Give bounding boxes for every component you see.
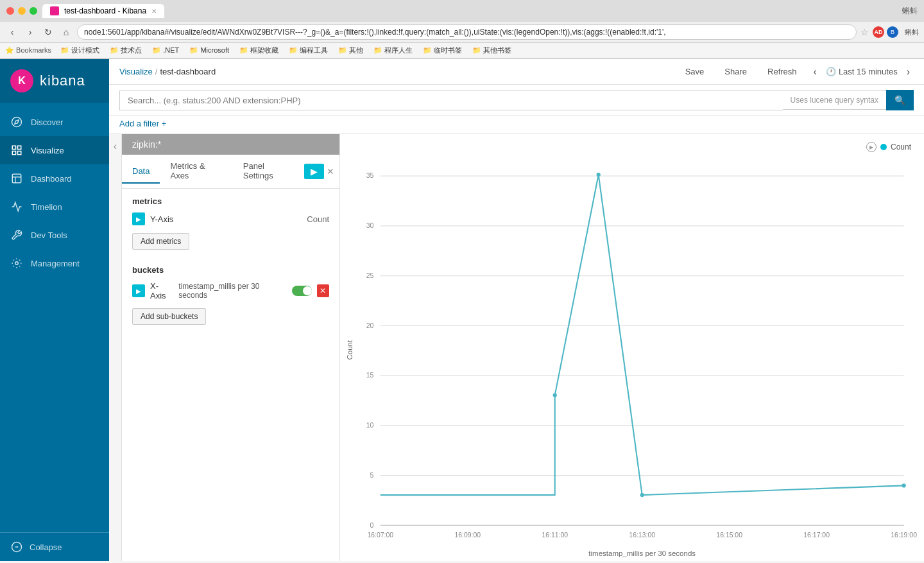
- sidebar-item-dashboard[interactable]: Dashboard: [0, 164, 109, 193]
- svg-text:5: 5: [370, 472, 373, 479]
- xaxis-remove-button[interactable]: ✕: [317, 284, 329, 297]
- chart-area: ▶ Count Count 0: [340, 134, 924, 561]
- search-bar: Uses lucene query syntax 🔍: [109, 85, 924, 116]
- breadcrumb-separator: /: [155, 67, 158, 76]
- panel-tab-actions: ▶ ✕: [304, 164, 339, 179]
- bookmark-framework[interactable]: 📁 框架收藏: [235, 44, 282, 56]
- tab-close-icon[interactable]: ✕: [151, 8, 157, 15]
- prev-time-button[interactable]: ‹: [810, 65, 821, 79]
- bookmark-temp[interactable]: 📁 临时书签: [419, 44, 466, 56]
- bookmarks-bar: ⭐ Bookmarks 📁 设计模式 📁 技术点 📁 .NET 📁 Micros…: [0, 43, 924, 58]
- svg-text:timestamp_millis per 30 second: timestamp_millis per 30 seconds: [588, 550, 696, 557]
- devtools-icon: [10, 229, 23, 241]
- bookmark-dotnet[interactable]: 📁 .NET: [148, 45, 183, 56]
- ext-icon-1: B: [887, 26, 898, 38]
- browser-nav: ‹ › ↻ ⌂ ☆ AD B 蝌蚪: [0, 22, 924, 43]
- y-axis-label: Count: [346, 340, 354, 360]
- left-panel: zipkin:* Data Metrics & Axes Panel Setti…: [122, 134, 340, 561]
- panel-header: zipkin:*: [122, 134, 339, 155]
- bookmark-other2[interactable]: 📁 其他书签: [468, 44, 515, 56]
- clock-icon: 🕐: [826, 67, 836, 76]
- svg-text:10: 10: [366, 422, 374, 429]
- svg-rect-4: [12, 152, 15, 155]
- traffic-lights: [6, 7, 37, 15]
- sidebar-item-management[interactable]: Management: [0, 249, 109, 277]
- svg-point-0: [12, 117, 22, 127]
- filter-bar: Add a filter +: [109, 116, 924, 134]
- xaxis-row: ▶ X-Axis timestamp_millis per 30 seconds…: [132, 281, 329, 300]
- tab-favicon: [50, 6, 59, 15]
- visualize-icon: [10, 144, 23, 157]
- bookmark-tech[interactable]: 📁 技术点: [106, 44, 146, 56]
- timelion-icon: [10, 200, 23, 213]
- refresh-button[interactable]: Refresh: [760, 64, 805, 79]
- svg-text:15: 15: [366, 372, 374, 379]
- data-point-1: [553, 393, 557, 397]
- time-range-label: Last 15 minutes: [839, 67, 898, 76]
- time-range-selector[interactable]: 🕐 Last 15 minutes: [826, 67, 898, 76]
- metrics-title: metrics: [132, 196, 329, 206]
- collapse-panel-icon: ‹: [114, 141, 117, 152]
- yaxis-label: Y-Axis: [150, 214, 173, 224]
- add-subbuckets-button[interactable]: Add sub-buckets: [132, 308, 206, 325]
- bookmark-other[interactable]: 📁 其他: [334, 44, 367, 56]
- svg-text:16:09:00: 16:09:00: [454, 532, 481, 539]
- devtools-label: Dev Tools: [31, 230, 67, 240]
- tab-metrics-axes[interactable]: Metrics & Axes: [160, 155, 232, 188]
- tab-data[interactable]: Data: [122, 160, 160, 184]
- sidebar: K kibana Discover Visualize Dashboard: [0, 59, 109, 561]
- bookmark-programmer[interactable]: 📁 程序人生: [370, 44, 416, 56]
- xaxis-toggle[interactable]: [292, 286, 312, 296]
- sidebar-item-visualize[interactable]: Visualize: [0, 136, 109, 164]
- browser-tab[interactable]: test-dashboard - Kibana ✕: [42, 4, 164, 18]
- breadcrumb-visualize-link[interactable]: Visualize: [119, 67, 153, 76]
- xaxis-label: X-Axis: [150, 281, 173, 300]
- search-input[interactable]: [119, 91, 783, 110]
- xaxis-expand-icon[interactable]: ▶: [132, 284, 145, 297]
- top-right-label: 蝌蚪: [902, 6, 918, 17]
- breadcrumb-current: test-dashboard: [160, 67, 216, 76]
- save-button[interactable]: Save: [678, 64, 712, 79]
- discover-icon: [10, 116, 23, 128]
- minimize-window-btn[interactable]: [18, 7, 26, 15]
- sidebar-item-discover[interactable]: Discover: [0, 108, 109, 136]
- address-bar[interactable]: [77, 24, 857, 40]
- svg-text:0: 0: [370, 522, 373, 529]
- top-right-user: 蝌蚪: [905, 28, 919, 37]
- next-time-button[interactable]: ›: [903, 65, 914, 79]
- tab-panel-settings[interactable]: Panel Settings: [233, 155, 304, 188]
- nav-refresh-button[interactable]: ↻: [41, 25, 55, 39]
- bookmarks-label: ⭐ Bookmarks: [5, 46, 51, 55]
- browser-chrome: test-dashboard - Kibana ✕ 蝌蚪 ‹ › ↻ ⌂ ☆ A…: [0, 0, 924, 59]
- panel-collapse-button[interactable]: ‹: [109, 134, 122, 561]
- share-button[interactable]: Share: [717, 64, 755, 79]
- bookmark-design[interactable]: 📁 设计模式: [56, 44, 103, 56]
- adblock-icon: AD: [873, 26, 884, 38]
- top-bar: Visualize / test-dashboard Save Share Re…: [109, 59, 924, 85]
- bookmark-microsoft[interactable]: 📁 Microsoft: [185, 45, 233, 56]
- nav-back-button[interactable]: ‹: [5, 25, 19, 39]
- sidebar-item-timelion[interactable]: Timelion: [0, 193, 109, 221]
- add-filter-button[interactable]: Add a filter +: [119, 119, 166, 128]
- tab-metrics-axes-label: Metrics & Axes: [170, 161, 205, 180]
- run-button[interactable]: ▶: [304, 164, 324, 179]
- svg-text:16:19:00: 16:19:00: [891, 532, 917, 539]
- tab-panel-settings-label: Panel Settings: [243, 161, 273, 180]
- close-window-btn[interactable]: [6, 7, 14, 15]
- panel-content: metrics ▶ Y-Axis Count Add metrics bucke…: [122, 189, 339, 561]
- close-panel-button[interactable]: ✕: [327, 164, 334, 179]
- bookmark-star-icon[interactable]: ☆: [860, 27, 869, 37]
- yaxis-expand-icon[interactable]: ▶: [132, 212, 145, 225]
- nav-forward-button[interactable]: ›: [23, 25, 37, 39]
- collapse-button[interactable]: Collapse: [10, 541, 99, 553]
- sidebar-logo: K kibana: [0, 59, 109, 103]
- nav-home-button[interactable]: ⌂: [59, 25, 73, 39]
- sidebar-footer: Collapse: [0, 532, 109, 561]
- sidebar-item-devtools[interactable]: Dev Tools: [0, 221, 109, 249]
- bookmark-tools[interactable]: 📁 编程工具: [285, 44, 332, 56]
- maximize-window-btn[interactable]: [30, 7, 37, 15]
- add-metrics-button[interactable]: Add metrics: [132, 233, 189, 250]
- chart-line: [381, 175, 904, 495]
- search-hint: Uses lucene query syntax: [783, 91, 886, 110]
- search-button[interactable]: 🔍: [886, 90, 914, 110]
